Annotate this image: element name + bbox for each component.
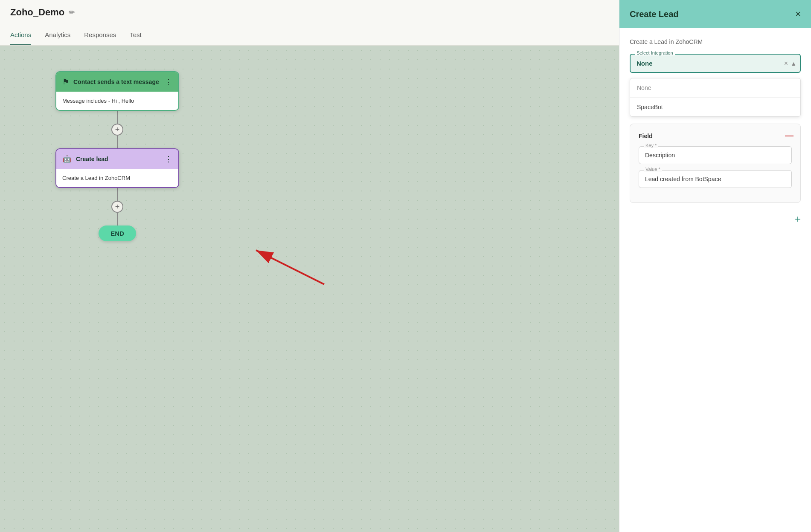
flow-canvas: ⚑ Contact sends a text message ⋮ Message… xyxy=(0,46,619,532)
top-bar: Zoho_Demo ✏ xyxy=(0,0,619,25)
close-button[interactable]: × xyxy=(795,9,801,20)
connector-line-2 xyxy=(117,188,118,201)
connector-line-1b xyxy=(117,136,118,148)
node-menu-icon-2[interactable]: ⋮ xyxy=(165,154,172,164)
add-node-btn-1[interactable]: + xyxy=(111,124,123,136)
node-contact-header: ⚑ Contact sends a text message ⋮ xyxy=(56,72,178,92)
node-menu-icon-1[interactable]: ⋮ xyxy=(165,77,172,87)
tab-test[interactable]: Test xyxy=(130,25,142,45)
key-label: Key * xyxy=(644,143,658,148)
value-input-group: Value * xyxy=(639,170,792,188)
select-integration-label: Select Integration xyxy=(635,50,675,55)
flow-container: ⚑ Contact sends a text message ⋮ Message… xyxy=(55,71,179,241)
end-node[interactable]: END xyxy=(99,226,136,241)
connector-1: + xyxy=(111,111,123,148)
edit-icon[interactable]: ✏ xyxy=(69,8,75,17)
node-contact-text[interactable]: ⚑ Contact sends a text message ⋮ Message… xyxy=(55,71,179,111)
robot-icon: 🤖 xyxy=(62,154,72,164)
add-node-btn-2[interactable]: + xyxy=(111,201,123,213)
dropdown-options: None SpaceBot xyxy=(630,78,801,117)
connector-line-1 xyxy=(117,111,118,124)
dropdown-option-none[interactable]: None xyxy=(630,78,800,98)
tab-actions[interactable]: Actions xyxy=(10,25,31,45)
select-controls: × ▲ xyxy=(784,60,796,67)
add-field-button[interactable]: + xyxy=(795,213,801,225)
page-title: Zoho_Demo xyxy=(10,7,64,18)
flag-icon: ⚑ xyxy=(62,77,69,87)
node-contact-title: Contact sends a text message xyxy=(73,78,160,85)
select-integration-value[interactable]: None xyxy=(630,54,801,73)
field-card-title: Field xyxy=(639,133,792,139)
select-arrow-icon[interactable]: ▲ xyxy=(791,60,796,67)
tab-analytics[interactable]: Analytics xyxy=(45,25,70,45)
value-label: Value * xyxy=(644,167,662,172)
connector-2: + xyxy=(111,188,123,226)
remove-field-button[interactable]: — xyxy=(785,131,794,139)
field-card: Field — Key * Value * xyxy=(630,124,801,203)
key-input-group: Key * xyxy=(639,146,792,164)
tab-responses[interactable]: Responses xyxy=(84,25,116,45)
node-lead-title: Create lead xyxy=(76,156,160,162)
panel-subtitle: Create a Lead in ZohoCRM xyxy=(630,38,801,45)
nav-tabs: Actions Analytics Responses Test xyxy=(0,25,619,46)
select-integration-group: Select Integration None × ▲ xyxy=(630,54,801,73)
svg-line-1 xyxy=(256,250,324,284)
right-panel-header: Create Lead × xyxy=(619,0,811,28)
key-input[interactable] xyxy=(639,146,792,164)
node-contact-body: Message includes - Hi , Hello xyxy=(56,92,178,110)
select-clear-icon[interactable]: × xyxy=(784,60,788,67)
right-panel-body: Create a Lead in ZohoCRM Select Integrat… xyxy=(619,28,811,532)
node-create-lead[interactable]: 🤖 Create lead ⋮ Create a Lead in ZohoCRM xyxy=(55,148,179,188)
right-panel: Create Lead × Create a Lead in ZohoCRM S… xyxy=(619,0,811,532)
value-input[interactable] xyxy=(639,170,792,188)
node-lead-body: Create a Lead in ZohoCRM xyxy=(56,169,178,187)
node-lead-header: 🤖 Create lead ⋮ xyxy=(56,149,178,169)
right-panel-title: Create Lead xyxy=(630,9,679,19)
connector-line-2b xyxy=(117,213,118,226)
add-field-container: + xyxy=(630,210,801,228)
dropdown-option-spacebot[interactable]: SpaceBot xyxy=(630,98,800,116)
left-panel: Zoho_Demo ✏ Actions Analytics Responses … xyxy=(0,0,619,532)
select-integration-wrapper[interactable]: None × ▲ xyxy=(630,54,801,73)
